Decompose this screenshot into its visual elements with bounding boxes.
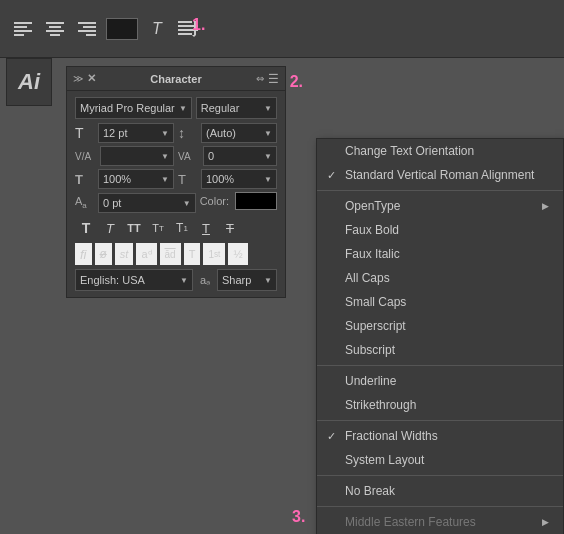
menu-item-label-subscript: Subscript [345, 343, 549, 357]
menu-item-opentype[interactable]: OpenType▶ [317, 194, 563, 218]
kerning-input[interactable]: ▼ [100, 146, 174, 166]
panel-header: ≫ ✕ Character ⇔ ☰ [67, 67, 285, 91]
strikethrough-button[interactable]: T [219, 217, 241, 239]
leading-icon: ↕ [178, 125, 198, 141]
font-size-field: T 12 pt ▼ [75, 123, 174, 143]
size-leading-row: T 12 pt ▼ ↕ (Auto) ▼ [75, 123, 277, 143]
main-area: Ai ≫ ✕ Character ⇔ ☰ [0, 58, 564, 534]
ligatures-button[interactable]: fi [75, 243, 92, 265]
subscript-btn[interactable]: T [184, 243, 201, 265]
menu-item-small-caps[interactable]: Small Caps [317, 290, 563, 314]
menu-item-label-fractional-widths: Fractional Widths [345, 429, 549, 443]
tracking-arrow: ▼ [264, 152, 272, 161]
svg-rect-2 [14, 30, 32, 32]
svg-rect-7 [50, 34, 60, 36]
font-size-icon: T [75, 125, 95, 141]
align-center-icon[interactable] [42, 18, 68, 40]
color-swatch[interactable] [106, 18, 138, 40]
antialiasing-select[interactable]: Sharp ▼ [217, 269, 277, 291]
menu-item-label-faux-bold: Faux Bold [345, 223, 549, 237]
antialiasing-value: Sharp [222, 274, 251, 286]
leading-arrow: ▼ [264, 129, 272, 138]
ordinals-button[interactable]: aᵈ [136, 243, 156, 265]
menu-item-fractional-widths[interactable]: Fractional Widths [317, 424, 563, 448]
bold-button[interactable]: T [75, 217, 97, 239]
scale-row: T 100% ▼ T 100% ▼ [75, 169, 277, 189]
menu-item-faux-bold[interactable]: Faux Bold [317, 218, 563, 242]
svg-rect-5 [49, 26, 61, 28]
underline-button[interactable]: T [195, 217, 217, 239]
menu-item-submenu-arrow-middle-eastern-features: ▶ [542, 517, 549, 527]
language-select[interactable]: English: USA ▼ [75, 269, 193, 291]
font-family-select[interactable]: Myriad Pro Regular ▼ [75, 97, 192, 119]
leading-value: (Auto) [206, 127, 236, 139]
top-toolbar: T 1. [0, 0, 564, 58]
svg-rect-3 [14, 34, 24, 36]
baseline-value: 0 pt [103, 197, 121, 209]
kerning-tracking-row: V/A ▼ VA 0 ▼ [75, 146, 277, 166]
fractions-button[interactable]: ād [160, 243, 181, 265]
menu-item-change-text-orientation[interactable]: Change Text Orientation [317, 139, 563, 163]
menu-item-no-break[interactable]: No Break [317, 479, 563, 503]
baseline-field: Aa 0 pt ▼ [75, 193, 196, 213]
menu-item-label-strikethrough: Strikethrough [345, 398, 549, 412]
text-color-swatch[interactable] [235, 192, 277, 210]
superscript-button[interactable]: T1 [171, 217, 193, 239]
align-right-icon[interactable] [74, 18, 100, 40]
menu-item-strikethrough[interactable]: Strikethrough [317, 393, 563, 417]
svg-rect-4 [46, 22, 64, 24]
tracking-input[interactable]: 0 ▼ [203, 146, 277, 166]
menu-item-faux-italic[interactable]: Faux Italic [317, 242, 563, 266]
svg-rect-0 [14, 22, 32, 24]
v-scale-arrow: ▼ [161, 175, 169, 184]
v-scale-field: T 100% ▼ [75, 169, 174, 189]
menu-item-submenu-arrow-opentype: ▶ [542, 201, 549, 211]
font-size-input[interactable]: 12 pt ▼ [98, 123, 174, 143]
menu-item-system-layout[interactable]: System Layout [317, 448, 563, 472]
menu-item-underline[interactable]: Underline [317, 369, 563, 393]
baseline-color-row: Aa 0 pt ▼ Color: [75, 192, 277, 214]
ai-label: Ai [6, 58, 52, 106]
panel-title: Character [150, 73, 201, 85]
ordinal-2-button[interactable]: 1st [203, 243, 225, 265]
fraction-button[interactable]: ½ [228, 243, 247, 265]
language-value: English: USA [80, 274, 145, 286]
svg-rect-8 [78, 22, 96, 24]
kerning-label: V/A [75, 151, 97, 162]
font-size-arrow: ▼ [161, 129, 169, 138]
italic-button[interactable]: T [99, 217, 121, 239]
menu-item-label-system-layout: System Layout [345, 453, 549, 467]
all-caps-button[interactable]: TT [123, 217, 145, 239]
menu-item-standard-vertical-roman[interactable]: Standard Vertical Roman Alignment [317, 163, 563, 187]
language-row: English: USA ▼ aₐ Sharp ▼ [75, 269, 277, 291]
panel-collapse-button[interactable]: ≫ [73, 73, 83, 84]
baseline-input[interactable]: 0 pt ▼ [98, 193, 196, 213]
panel-expand-icon[interactable]: ⇔ [256, 73, 264, 84]
separator-after-system-layout [317, 475, 563, 476]
font-family-arrow: ▼ [179, 104, 187, 113]
v-scale-input[interactable]: 100% ▼ [98, 169, 174, 189]
h-scale-input[interactable]: 100% ▼ [201, 169, 277, 189]
tracking-label: VA [178, 151, 200, 162]
text-tool-icon[interactable]: T [144, 18, 170, 40]
panel-menu-icon[interactable]: ☰ [268, 72, 279, 86]
discretionary-lig-button[interactable]: ø [95, 243, 112, 265]
font-row: Myriad Pro Regular ▼ Regular ▼ [75, 97, 277, 119]
menu-item-middle-eastern-features: Middle Eastern Features▶ [317, 510, 563, 534]
kerning-field: V/A ▼ [75, 146, 174, 166]
color-row: Color: [200, 192, 277, 210]
menu-item-superscript[interactable]: Superscript [317, 314, 563, 338]
menu-item-label-middle-eastern-features: Middle Eastern Features [345, 515, 542, 529]
v-scale-value: 100% [103, 173, 131, 185]
panel-header-left: ≫ ✕ [73, 72, 96, 85]
align-left-icon[interactable] [10, 18, 36, 40]
h-scale-value: 100% [206, 173, 234, 185]
leading-input[interactable]: (Auto) ▼ [201, 123, 277, 143]
menu-item-subscript[interactable]: Subscript [317, 338, 563, 362]
font-style-select[interactable]: Regular ▼ [196, 97, 277, 119]
panel-close-button[interactable]: ✕ [87, 72, 96, 85]
baseline-arrow: ▼ [183, 199, 191, 208]
menu-item-all-caps[interactable]: All Caps [317, 266, 563, 290]
old-style-button[interactable]: st [115, 243, 134, 265]
small-caps-button[interactable]: TT [147, 217, 169, 239]
